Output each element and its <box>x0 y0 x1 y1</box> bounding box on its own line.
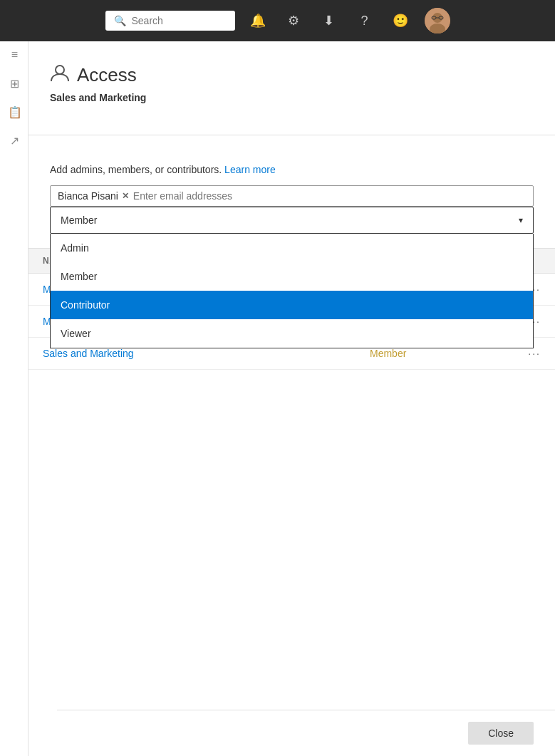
sidebar-nav-item-1[interactable]: ≡ <box>0 41 27 68</box>
chevron-down-icon: ▾ <box>519 215 523 225</box>
bell-icon[interactable]: 🔔 <box>247 9 269 32</box>
role-dropdown-list: Admin Member Contributor Viewer <box>50 234 534 348</box>
panel-body: Add admins, members, or contributors. Le… <box>28 150 555 248</box>
sidebar-nav-item-4[interactable]: ↗ <box>0 127 27 154</box>
email-field[interactable] <box>133 190 526 202</box>
avatar[interactable] <box>425 8 450 33</box>
role-dropdown-container: Member ▾ Admin Member Contributor Viewer <box>50 207 534 234</box>
dropdown-item-viewer[interactable]: Viewer <box>51 319 533 348</box>
search-icon: 🔍 <box>114 15 126 26</box>
dropdown-item-member[interactable]: Member <box>51 262 533 291</box>
download-icon[interactable]: ⬇ <box>318 9 341 32</box>
row-permission-sales: Member <box>370 348 512 359</box>
search-input[interactable] <box>132 15 227 26</box>
access-title-row: Access <box>50 63 534 88</box>
top-nav-bar: 🔍 🔔 ⚙ ⬇ ? 🙂 <box>0 0 555 41</box>
row-actions-sales[interactable]: ··· <box>512 348 541 359</box>
sidebar-nav-item-2[interactable]: ⊞ <box>0 70 27 97</box>
help-icon[interactable]: ? <box>353 9 376 32</box>
tag-close-icon[interactable]: ✕ <box>122 191 129 201</box>
gear-icon[interactable]: ⚙ <box>282 9 305 32</box>
role-dropdown-selected[interactable]: Member ▾ <box>50 207 534 234</box>
tag-label: Bianca Pisani <box>58 190 118 202</box>
panel-footer: Close <box>57 710 555 756</box>
person-icon <box>50 63 70 88</box>
search-box[interactable]: 🔍 <box>105 11 235 31</box>
feedback-icon[interactable]: 🙂 <box>389 9 412 32</box>
row-name-sales[interactable]: Sales and Marketing <box>43 348 370 359</box>
dropdown-item-admin[interactable]: Admin <box>51 234 533 262</box>
dropdown-selected-label: Member <box>61 214 97 226</box>
email-input-row[interactable]: Bianca Pisani ✕ <box>50 185 534 207</box>
close-button[interactable]: Close <box>468 722 534 745</box>
page-subtitle: Sales and Marketing <box>50 92 534 103</box>
nav-icons: 🔔 ⚙ ⬇ ? 🙂 <box>247 8 450 33</box>
dropdown-item-contributor[interactable]: Contributor <box>51 291 533 319</box>
add-description: Add admins, members, or contributors. Le… <box>50 164 534 175</box>
svg-point-6 <box>56 66 64 74</box>
main-content: Access Sales and Marketing Add admins, m… <box>28 41 555 756</box>
learn-more-link[interactable]: Learn more <box>224 164 276 175</box>
avatar-image <box>425 8 450 33</box>
email-tag: Bianca Pisani ✕ <box>58 190 129 202</box>
divider <box>28 135 555 135</box>
sidebar-nav-item-3[interactable]: 📋 <box>0 98 27 125</box>
sidebar-strip: ≡ ⊞ 📋 ↗ <box>0 41 28 756</box>
access-panel-header: Access Sales and Marketing <box>28 41 555 135</box>
page-title: Access <box>77 64 137 86</box>
